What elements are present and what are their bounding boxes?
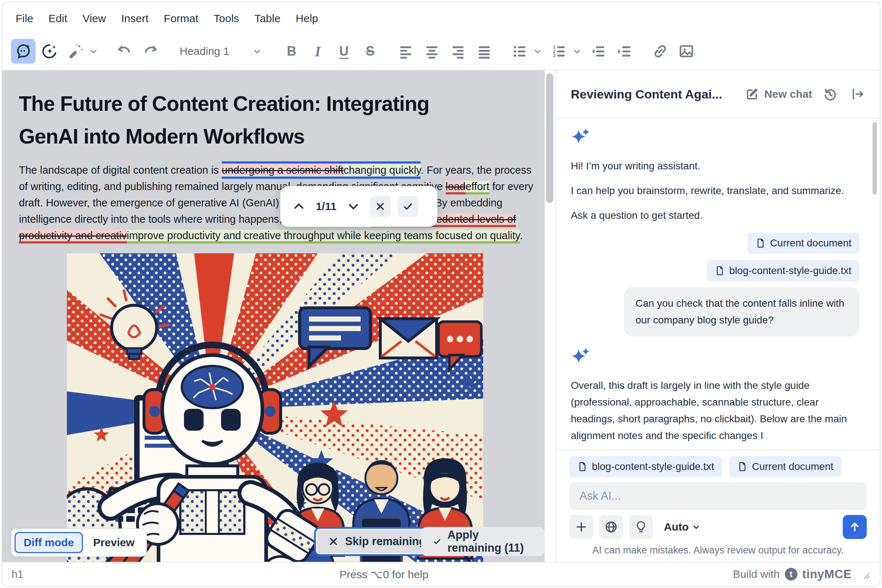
- brand-attribution[interactable]: Build with t tinyMCE: [733, 567, 870, 581]
- align-left-icon: [397, 43, 414, 60]
- insert-link-button[interactable]: [648, 39, 673, 64]
- diff-insertion[interactable]: effort: [465, 181, 489, 194]
- new-chat-button[interactable]: New chat: [745, 87, 812, 101]
- outdent-icon: [590, 43, 607, 60]
- strikethrough-button[interactable]: S: [358, 39, 382, 64]
- context-chip-style-guide[interactable]: blog-content-style-guide.txt: [707, 260, 859, 281]
- menu-format[interactable]: Format: [156, 9, 206, 28]
- menu-file[interactable]: File: [8, 9, 41, 28]
- text-run: .: [520, 230, 523, 241]
- toolbar: Heading 1 B I U S: [2, 33, 880, 70]
- context-chip-label: Current document: [770, 235, 852, 252]
- menu-edit[interactable]: Edit: [41, 9, 75, 28]
- undo-icon: [116, 43, 133, 60]
- bold-button[interactable]: B: [279, 39, 304, 64]
- editor-canvas[interactable]: The Future of Content Creation: Integrat…: [2, 70, 545, 562]
- menu-view[interactable]: View: [75, 9, 113, 28]
- composer-chip-current-document[interactable]: Current document: [729, 456, 841, 477]
- brand-prefix: Build with: [733, 568, 780, 580]
- chevron-down-icon: [691, 522, 701, 532]
- ai-chat-icon: [15, 43, 32, 60]
- redo-button[interactable]: [138, 39, 163, 64]
- composer-context-chips: blog-content-style-guide.txt Current doc…: [569, 456, 867, 477]
- reject-change-button[interactable]: [370, 196, 391, 217]
- attach-button[interactable]: [569, 515, 594, 539]
- bullet-list-icon: [512, 43, 528, 60]
- skip-remaining-button[interactable]: Skip remaining: [314, 527, 439, 556]
- diff-change-current[interactable]: undergoing a seismic shiftchanging quick…: [222, 161, 421, 179]
- align-right-button[interactable]: [446, 39, 470, 64]
- ask-ai-input[interactable]: [569, 482, 867, 510]
- model-mode-select[interactable]: Auto: [664, 521, 701, 533]
- editor-scrollbar[interactable]: [545, 70, 556, 562]
- accept-change-button[interactable]: [397, 196, 418, 217]
- indent-button[interactable]: [612, 39, 637, 64]
- ai-assistant-button[interactable]: [11, 39, 36, 64]
- document-icon: [577, 462, 587, 472]
- collapse-sidebar-button[interactable]: [848, 84, 867, 104]
- undo-button[interactable]: [112, 39, 137, 64]
- diff-insertion[interactable]: changing quickly: [344, 164, 421, 176]
- arrow-up-icon: [848, 520, 861, 534]
- document-icon: [756, 238, 766, 248]
- send-button[interactable]: [843, 515, 867, 539]
- diff-mode-button[interactable]: Diff mode: [15, 532, 83, 553]
- block-format-select[interactable]: Heading 1: [174, 39, 268, 64]
- document-illustration: [67, 253, 483, 562]
- numbered-list-button[interactable]: 123: [547, 39, 571, 64]
- tinymce-logo-icon: t: [784, 567, 798, 581]
- apply-remaining-button[interactable]: Apply remaining (11): [421, 527, 545, 556]
- next-change-button[interactable]: [344, 196, 363, 216]
- menu-tools[interactable]: Tools: [206, 9, 247, 28]
- element-path[interactable]: h1: [12, 568, 23, 580]
- composer-chip-label: Current document: [752, 461, 833, 472]
- menu-help[interactable]: Help: [288, 9, 326, 28]
- menu-insert[interactable]: Insert: [114, 9, 156, 28]
- italic-button[interactable]: I: [305, 39, 330, 64]
- context-chip-label: blog-content-style-guide.txt: [729, 262, 852, 279]
- ai-sparkle-icon: [571, 127, 590, 146]
- history-icon: [823, 87, 837, 101]
- menu-table[interactable]: Table: [247, 9, 288, 28]
- svg-text:3: 3: [553, 53, 556, 58]
- chat-history-button[interactable]: [820, 84, 840, 104]
- diff-deletion[interactable]: undergoing a seismic shift: [222, 164, 344, 176]
- underline-icon: U: [339, 44, 349, 59]
- underline-button[interactable]: U: [332, 39, 356, 64]
- ai-review-changes-button[interactable]: [37, 39, 62, 64]
- composer-actions: Auto: [569, 515, 867, 539]
- chevron-down-icon[interactable]: [532, 46, 543, 57]
- skip-remaining-label: Skip remaining: [345, 535, 426, 548]
- editor-scrollbar-thumb[interactable]: [546, 74, 553, 203]
- suggestions-button[interactable]: [629, 515, 653, 539]
- chat-scrollbar-thumb[interactable]: [873, 122, 877, 195]
- align-center-icon: [424, 43, 440, 60]
- compose-icon: [745, 87, 759, 101]
- sidebar-header: Reviewing Content Agai... New chat: [556, 70, 880, 118]
- apply-remaining-label: Apply remaining (11): [448, 528, 533, 555]
- user-message: Can you check that the content falls inl…: [624, 287, 859, 336]
- chevron-down-icon[interactable]: [88, 46, 99, 57]
- chevron-down-icon[interactable]: [571, 46, 582, 57]
- context-chip-current-document[interactable]: Current document: [747, 232, 859, 254]
- bullet-list-button[interactable]: [508, 39, 532, 64]
- close-icon: [374, 201, 386, 212]
- chevron-down-icon: [252, 46, 263, 57]
- align-left-button[interactable]: [394, 39, 418, 64]
- indent-icon: [616, 43, 633, 60]
- preview-button[interactable]: Preview: [84, 532, 143, 553]
- magic-tools-button[interactable]: [63, 39, 88, 64]
- diff-insertion[interactable]: improve productivity and creative throug…: [127, 230, 520, 243]
- web-search-button[interactable]: [599, 515, 623, 539]
- insert-image-button[interactable]: [674, 39, 699, 64]
- align-center-button[interactable]: [419, 39, 444, 64]
- align-justify-button[interactable]: [472, 39, 497, 64]
- tinymce-editor-window: File Edit View Insert Format Tools Table…: [2, 2, 880, 586]
- resize-grip-icon[interactable]: [859, 569, 870, 580]
- check-icon: [402, 201, 414, 212]
- diff-deletion[interactable]: load: [446, 181, 466, 194]
- outdent-button[interactable]: [586, 39, 611, 64]
- composer-chip-style-guide[interactable]: blog-content-style-guide.txt: [569, 456, 722, 477]
- chat-scroll-area[interactable]: Hi! I’m your writing assistant. I can he…: [556, 118, 880, 450]
- previous-change-button[interactable]: [289, 196, 309, 216]
